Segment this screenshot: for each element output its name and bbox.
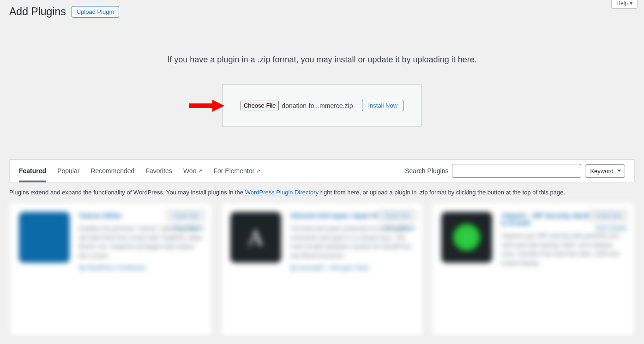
- tab-label: Featured: [19, 167, 46, 175]
- selected-file-name: donation-fo...mmerce.zip: [282, 102, 353, 109]
- tab-label: Favorites: [145, 167, 172, 175]
- search-input[interactable]: [452, 164, 581, 178]
- plugin-title[interactable]: Jetpack – WP Security, Backup, Speed, & …: [501, 212, 625, 227]
- desc-suffix: right from here, or upload a plugin in .…: [319, 189, 565, 196]
- chevron-down-icon: ▾: [630, 0, 632, 6]
- arrow-annotation-icon: [188, 98, 224, 114]
- tab-label: Popular: [57, 167, 79, 175]
- tab-label: For Elementor: [213, 167, 254, 175]
- install-now-button[interactable]: Install Now: [362, 100, 403, 111]
- plugin-icon: [441, 212, 492, 263]
- tab-favorites[interactable]: Favorites: [145, 160, 172, 182]
- plugin-author: By WordPress Contributors: [79, 265, 203, 271]
- plugin-description: The best anti-spam protection to block s…: [290, 224, 414, 260]
- plugin-author: By Automattic - Anti-spam Team: [290, 265, 414, 271]
- plugin-card: Jetpack – WP Security, Backup, Speed, & …: [432, 202, 635, 336]
- external-link-icon: ↗: [256, 168, 260, 174]
- plugin-title[interactable]: Akismet Anti-spam: Spam Protection: [290, 212, 414, 219]
- tab-label: Woo: [183, 167, 197, 175]
- tab-woo[interactable]: Woo↗: [183, 160, 203, 182]
- desc-prefix: Plugins extend and expand the functional…: [9, 189, 245, 196]
- search-area: Search Plugins Keyword: [405, 164, 625, 178]
- plugin-icon: [19, 212, 70, 263]
- plugin-card: Classic EditorEnables the previous "clas…: [9, 202, 212, 336]
- tabs-list: FeaturedPopularRecommendedFavoritesWoo↗F…: [19, 160, 260, 182]
- search-label: Search Plugins: [405, 167, 448, 175]
- plugin-info: Classic EditorEnables the previous "clas…: [79, 212, 203, 326]
- keyword-select[interactable]: Keyword: [585, 164, 625, 178]
- tab-for-elementor[interactable]: For Elementor↗: [213, 160, 260, 182]
- more-details-link[interactable]: More Details: [385, 225, 415, 231]
- tab-label: Recommended: [90, 167, 134, 175]
- plugin-title[interactable]: Classic Editor: [79, 212, 203, 219]
- plugin-description: Improve your WP security with powerful o…: [501, 231, 625, 267]
- choose-file-button[interactable]: Choose File: [241, 101, 279, 110]
- more-details-link[interactable]: More Details: [173, 225, 204, 231]
- tab-recommended[interactable]: Recommended: [90, 160, 134, 182]
- tab-popular[interactable]: Popular: [57, 160, 79, 182]
- external-link-icon: ↗: [198, 168, 202, 174]
- more-details-link[interactable]: More Details: [596, 225, 627, 231]
- install-plugin-button[interactable]: Install Now: [167, 210, 205, 221]
- plugins-description: Plugins extend and expand the functional…: [9, 182, 635, 202]
- plugin-actions: Install NowMore Details: [590, 210, 627, 231]
- upload-description: If you have a plugin in a .zip format, y…: [9, 55, 635, 65]
- help-tab-label: Help: [616, 0, 628, 6]
- plugin-directory-link[interactable]: WordPress Plugin Directory: [245, 189, 319, 196]
- plugin-info: Jetpack – WP Security, Backup, Speed, & …: [501, 212, 625, 326]
- install-plugin-button[interactable]: Install Now: [379, 210, 416, 221]
- plugin-actions: Install NowMore Details: [379, 210, 416, 231]
- page-header: Add Plugins Upload Plugin Help ▾: [9, 0, 635, 27]
- page-title: Add Plugins: [9, 6, 66, 18]
- upload-form: Choose File donation-fo...mmerce.zip Ins…: [223, 84, 421, 127]
- tab-featured[interactable]: Featured: [19, 160, 46, 182]
- keyword-select-label: Keyword: [590, 168, 614, 175]
- install-plugin-button[interactable]: Install Now: [590, 210, 627, 221]
- plugin-info: Akismet Anti-spam: Spam ProtectionThe be…: [290, 212, 414, 326]
- upload-panel: If you have a plugin in a .zip format, y…: [9, 27, 635, 141]
- help-tab-button[interactable]: Help ▾: [611, 0, 638, 9]
- plugin-icon: A: [230, 212, 281, 263]
- plugin-grid: Classic EditorEnables the previous "clas…: [9, 202, 635, 336]
- plugin-description: Enables the previous "classic" editor an…: [79, 224, 203, 260]
- plugin-actions: Install NowMore Details: [167, 210, 205, 231]
- plugin-card: AAkismet Anti-spam: Spam ProtectionThe b…: [221, 202, 424, 336]
- upload-plugin-button[interactable]: Upload Plugin: [72, 6, 119, 18]
- tabs-section: FeaturedPopularRecommendedFavoritesWoo↗F…: [9, 159, 635, 182]
